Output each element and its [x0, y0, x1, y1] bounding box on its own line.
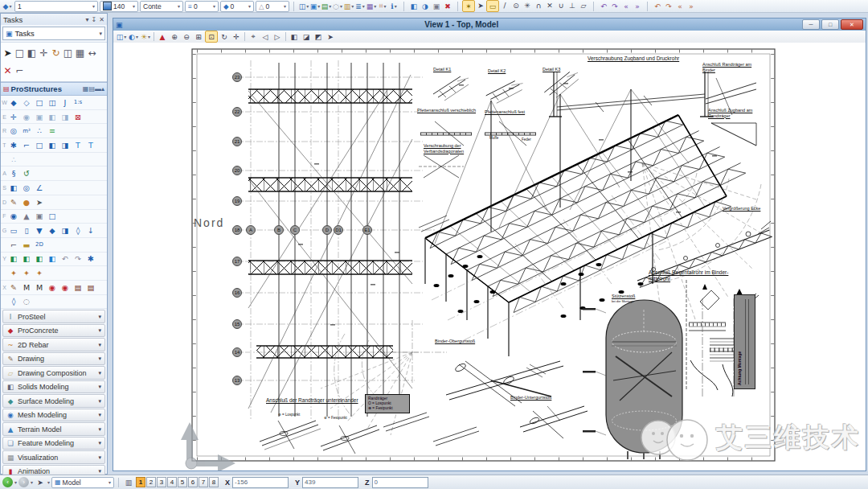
maximize-button[interactable]: □: [821, 19, 839, 30]
copy-right-icon[interactable]: ◨: [59, 111, 72, 123]
paint-tool-icon[interactable]: ✎: [7, 281, 20, 294]
ring-tool-icon[interactable]: ◎: [20, 182, 33, 194]
chevron-down-icon[interactable]: ▾: [98, 398, 101, 405]
green-levels-icon[interactable]: ≡: [46, 125, 59, 137]
book-a-icon[interactable]: ▤: [72, 281, 84, 294]
terrain-tool-icon[interactable]: ▲: [20, 210, 33, 222]
named-fences-icon[interactable]: ▣: [431, 1, 442, 11]
models-icon[interactable]: ◫: [298, 1, 309, 11]
section-proconcrete[interactable]: ◆ ProConcrete ▾: [2, 324, 105, 338]
array-element-icon[interactable]: ▦: [74, 44, 86, 62]
prostructures-header[interactable]: ▤ ProStructures ▦▤▬▴: [1, 82, 107, 96]
stirrup-tool-icon[interactable]: §: [7, 167, 20, 179]
accudraw-icon[interactable]: ◧: [408, 1, 420, 11]
multi-part-icon[interactable]: ∴: [33, 125, 46, 137]
forward-dropdown-icon[interactable]: ▾: [31, 479, 33, 485]
view-toggle[interactable]: 6: [188, 477, 198, 487]
chevron-down-icon[interactable]: ▾: [98, 327, 101, 334]
mirror-element-icon[interactable]: ◫: [62, 44, 74, 62]
polyline-tool-icon[interactable]: ⌐: [7, 239, 20, 251]
zoom-out-icon[interactable]: ⊖: [181, 31, 192, 42]
walk-icon[interactable]: ⌖: [248, 31, 259, 42]
sheet-tool-icon[interactable]: ▯: [20, 224, 33, 236]
hook-tool-icon[interactable]: ⌐: [20, 139, 33, 151]
chevron-down-icon[interactable]: ▾: [98, 384, 101, 390]
toggle-accusnap-icon[interactable]: ✶: [462, 0, 475, 12]
center-snap-icon[interactable]: ⊙: [510, 0, 522, 10]
chevron-down-icon[interactable]: ▾: [98, 440, 101, 446]
dots-tool-icon[interactable]: ∴: [7, 154, 20, 166]
rotate-tool-icon[interactable]: ↺: [20, 167, 33, 179]
set-mark-icon[interactable]: »: [632, 1, 643, 11]
delete-element-icon[interactable]: ✖: [442, 1, 453, 11]
tangent-snap-icon[interactable]: ∪: [555, 0, 567, 10]
zoom-in-icon[interactable]: ⊕: [169, 31, 180, 42]
frame-tool-icon[interactable]: □: [46, 210, 59, 222]
raster-manager-icon[interactable]: ▤: [321, 1, 332, 11]
diagonal-tool-icon[interactable]: ∠: [33, 182, 46, 194]
active-line-style-combo[interactable]: Conte▾: [140, 1, 183, 12]
section-surface-modeling[interactable]: ◆ Surface Modeling ▾: [2, 394, 105, 408]
badge-a-icon[interactable]: ◉: [46, 281, 59, 294]
tasks-dropdown[interactable]: ▣ Tasks ▾: [2, 27, 105, 40]
book-b-icon[interactable]: ▤: [84, 281, 97, 294]
layout-icon[interactable]: ▬: [95, 85, 101, 92]
undo-icon[interactable]: ↶: [598, 1, 609, 11]
history-forward-icon[interactable]: »: [686, 1, 697, 11]
minimize-button[interactable]: ─: [802, 19, 820, 30]
section-solids-modeling[interactable]: ◧ Solids Modeling ▾: [2, 380, 105, 394]
intersection-snap-icon[interactable]: ✕: [544, 0, 555, 10]
navigate-view-icon[interactable]: ➤: [325, 31, 336, 42]
active-priority-combo[interactable]: △0▾: [256, 1, 289, 12]
copy-left-icon[interactable]: ◧: [46, 111, 59, 123]
section-terrain-model[interactable]: ▲ Terrain Model ▾: [2, 422, 105, 436]
selection-dropdown-icon[interactable]: ▾: [47, 479, 50, 485]
view-display-mode-icon[interactable]: ◐: [128, 31, 139, 42]
stair-c-icon[interactable]: ◧: [33, 253, 46, 265]
chevron-down-icon[interactable]: ▾: [98, 355, 101, 362]
selection-tool-icon[interactable]: ➤: [35, 477, 46, 487]
view-tool-icon[interactable]: ◉: [7, 210, 20, 222]
keypoint-snap-icon[interactable]: ▭: [486, 0, 499, 12]
bolt-circle-icon[interactable]: ◎: [7, 125, 20, 137]
panel-menu-icon[interactable]: ▾: [86, 16, 89, 23]
section-feature-modeling[interactable]: ❏ Feature Modeling ▾: [2, 437, 105, 450]
update-view-icon[interactable]: ▲: [157, 31, 168, 42]
insert-shape-icon[interactable]: ◆: [7, 97, 20, 109]
badge-b-icon[interactable]: ◉: [59, 281, 72, 294]
forward-button[interactable]: ›: [18, 477, 29, 487]
section-mesh-modeling[interactable]: ◉ Mesh Modeling ▾: [2, 409, 105, 422]
clip-volume-icon[interactable]: ◪: [301, 31, 312, 42]
bolt-head-a-icon[interactable]: T: [72, 139, 84, 151]
chevron-down-icon[interactable]: ▾: [98, 412, 101, 418]
delete-element-icon[interactable]: ✕: [2, 62, 14, 80]
frame-works-c-icon[interactable]: ✦: [33, 267, 46, 279]
to-2d-icon[interactable]: 2D: [33, 239, 46, 251]
back-button[interactable]: ‹: [2, 477, 13, 487]
ruler-tool-icon[interactable]: ▬: [20, 239, 33, 251]
history-back-icon[interactable]: «: [674, 1, 686, 11]
move-element-icon[interactable]: ✛: [38, 44, 50, 62]
measure-tool-icon[interactable]: ⌐: [14, 62, 26, 80]
section-2d-rebar[interactable]: ~ 2D Rebar ▾: [2, 338, 105, 351]
panel-close-icon[interactable]: ✕: [99, 16, 104, 23]
settings-small-icon[interactable]: ✱: [84, 253, 97, 265]
scale-ratio-icon[interactable]: 1:s: [72, 97, 84, 109]
chevron-down-icon[interactable]: ▾: [98, 468, 101, 475]
view-toggle[interactable]: 1: [136, 477, 145, 487]
undo-to-mark-icon[interactable]: «: [620, 1, 632, 11]
bisector-snap-icon[interactable]: ∩: [533, 0, 544, 10]
bolt-head-b-icon[interactable]: T: [84, 139, 97, 151]
view-toggle[interactable]: 4: [167, 477, 177, 487]
boundary-tool-icon[interactable]: □: [33, 139, 46, 151]
perpendicular-snap-icon[interactable]: ⊥: [567, 0, 578, 10]
solid-tool-icon[interactable]: ◧: [7, 182, 20, 194]
import-arrow-icon[interactable]: ↓: [84, 224, 97, 236]
view-toggle[interactable]: 5: [178, 477, 187, 487]
view-previous-icon[interactable]: ◁: [260, 31, 271, 42]
view-groups-icon[interactable]: ▥: [123, 477, 134, 487]
layout-icon[interactable]: ▤: [88, 85, 95, 92]
chevron-down-icon[interactable]: ▾: [98, 342, 101, 348]
section-visualization[interactable]: ▦ Visualization ▾: [2, 450, 105, 464]
element-selection-icon[interactable]: ➤: [2, 44, 14, 62]
